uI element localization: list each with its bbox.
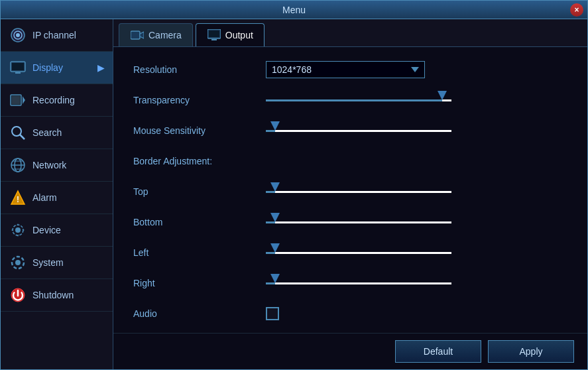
transparency-fill (266, 99, 442, 101)
sidebar-item-shutdown[interactable]: Shutdown (1, 279, 113, 312)
sidebar-item-label-shutdown: Shutdown (32, 290, 74, 300)
bottom-row: Bottom (133, 213, 567, 231)
left-label: Left (133, 247, 266, 258)
sidebar-item-label-alarm: Alarm (32, 192, 57, 203)
default-button[interactable]: Default (395, 340, 481, 363)
svg-rect-23 (131, 31, 140, 39)
resolution-dropdown[interactable]: 1024*768 (266, 61, 425, 78)
resolution-label: Resolution (133, 64, 266, 75)
sidebar-item-device[interactable]: Device (1, 214, 113, 247)
resolution-row: Resolution 1024*768 (133, 60, 567, 79)
svg-marker-24 (140, 32, 144, 38)
settings-panel: Resolution 1024*768 Transparency (113, 47, 587, 333)
display-icon (9, 58, 27, 77)
sidebar-item-label-display: Display (32, 62, 63, 73)
transparency-track (266, 99, 451, 101)
mouse-sensitivity-track (266, 130, 451, 132)
transparency-label: Transparency (133, 95, 266, 105)
bottom-slider[interactable] (266, 217, 451, 227)
sidebar-item-display[interactable]: Display ▶ (1, 52, 113, 84)
left-fill (266, 252, 275, 254)
tab-camera-label: Camera (148, 30, 182, 40)
arrow-icon: ▶ (97, 62, 105, 73)
svg-point-9 (12, 127, 21, 136)
transparency-slider[interactable] (266, 95, 451, 105)
tab-output-label: Output (225, 30, 253, 40)
audio-row: Audio (133, 304, 567, 323)
main-panel: Camera Output Resol (113, 19, 587, 369)
border-adjustment-label: Border Adjustment: (133, 156, 266, 166)
audio-label: Audio (133, 308, 266, 319)
system-icon (9, 253, 27, 272)
shutdown-icon (9, 286, 27, 304)
right-slider[interactable] (266, 278, 451, 288)
top-track (266, 191, 451, 193)
mouse-sensitivity-fill (266, 130, 275, 132)
svg-point-20 (15, 260, 21, 265)
sidebar-item-network[interactable]: Network (1, 149, 113, 182)
mouse-sensitivity-row: Mouse Sensitivity (133, 121, 567, 140)
sidebar-item-recording[interactable]: Recording (1, 84, 113, 117)
window-title: Menu (282, 5, 306, 15)
main-window: Menu × IP channel (0, 0, 588, 370)
svg-line-10 (20, 135, 25, 139)
bottom-track (266, 221, 451, 223)
device-icon (9, 221, 27, 239)
content-area: IP channel Display ▶ (1, 19, 587, 369)
svg-rect-27 (211, 39, 217, 40)
tab-camera[interactable]: Camera (119, 23, 193, 46)
right-fill (266, 282, 275, 284)
camera-icon (9, 26, 27, 44)
svg-rect-26 (209, 31, 219, 37)
border-adjustment-row: Border Adjustment: (133, 152, 567, 170)
svg-marker-8 (23, 96, 25, 104)
audio-control (266, 307, 451, 320)
close-button[interactable]: × (570, 3, 583, 17)
bottom-label: Bottom (133, 217, 266, 227)
sidebar-item-search[interactable]: Search (1, 117, 113, 149)
audio-checkbox[interactable] (266, 307, 279, 320)
bottom-fill (266, 221, 275, 223)
mouse-sensitivity-slider[interactable] (266, 125, 451, 136)
right-track (266, 282, 451, 284)
apply-button[interactable]: Apply (488, 340, 574, 363)
left-row: Left (133, 243, 567, 262)
top-slider[interactable] (266, 186, 451, 197)
resolution-value: 1024*768 (272, 64, 312, 75)
svg-text:!: ! (17, 195, 19, 204)
sidebar-item-label-ip-channel: IP channel (32, 30, 76, 40)
resolution-control: 1024*768 (266, 61, 451, 78)
sidebar-item-alarm[interactable]: ! Alarm (1, 182, 113, 214)
network-icon (9, 156, 27, 174)
left-slider[interactable] (266, 247, 451, 258)
svg-point-2 (16, 33, 20, 37)
tab-output[interactable]: Output (196, 23, 265, 46)
top-label: Top (133, 186, 266, 197)
title-bar: Menu × (1, 1, 587, 19)
output-tab-icon (207, 28, 221, 42)
svg-rect-5 (15, 72, 21, 74)
transparency-row: Transparency (133, 91, 567, 109)
left-track (266, 252, 451, 254)
sidebar-item-label-network: Network (32, 160, 66, 170)
svg-rect-4 (12, 63, 24, 70)
sidebar: IP channel Display ▶ (1, 19, 113, 369)
top-fill (266, 191, 275, 193)
search-icon (9, 123, 27, 142)
recording-icon (9, 91, 27, 109)
alarm-icon: ! (9, 188, 27, 207)
svg-rect-7 (12, 96, 20, 104)
right-label: Right (133, 278, 266, 288)
sidebar-item-system[interactable]: System (1, 247, 113, 279)
dropdown-arrow-icon (411, 67, 419, 72)
sidebar-item-ip-channel[interactable]: IP channel (1, 19, 113, 52)
sidebar-item-label-recording: Recording (32, 95, 75, 105)
top-row: Top (133, 182, 567, 201)
sidebar-item-label-search: Search (32, 127, 62, 138)
mouse-sensitivity-label: Mouse Sensitivity (133, 125, 266, 136)
tabs-bar: Camera Output (113, 19, 587, 47)
camera-tab-icon (130, 28, 145, 42)
bottom-bar: Default Apply (113, 333, 587, 369)
sidebar-item-label-device: Device (32, 225, 61, 235)
svg-point-18 (15, 227, 21, 233)
